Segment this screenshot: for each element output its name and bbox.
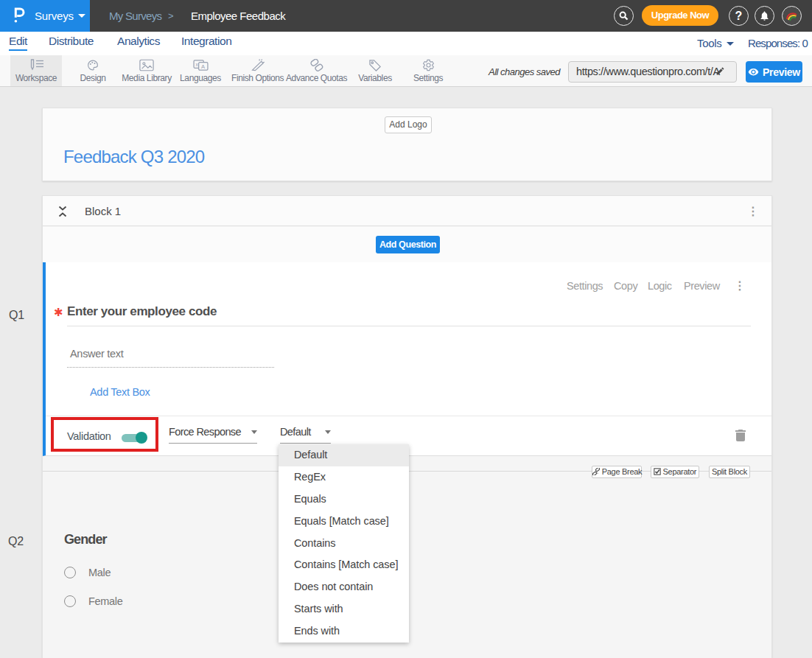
svg-text:x: x (195, 62, 198, 67)
